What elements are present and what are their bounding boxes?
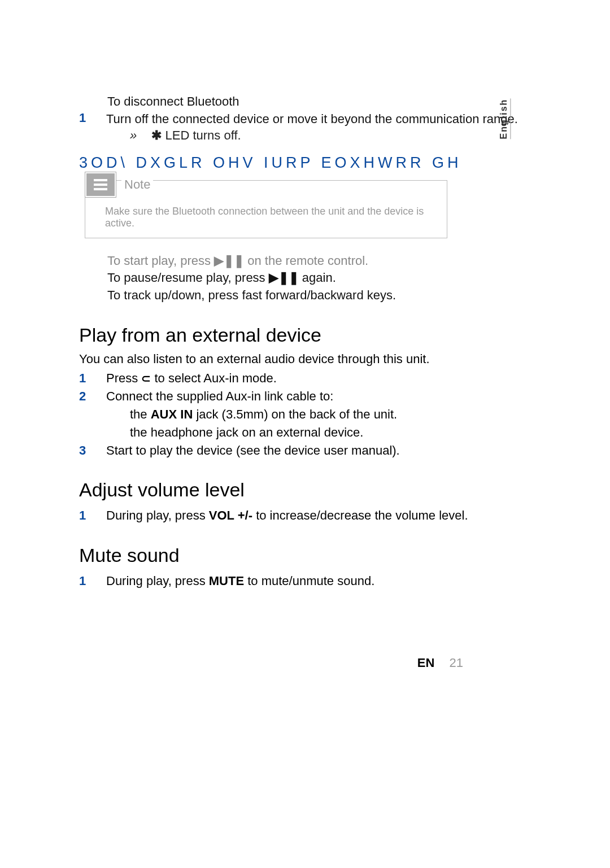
- external-step2-sub1: the AUX IN jack (3.5mm) on the back of t…: [130, 405, 554, 424]
- note-box: Note Make sure the Bluetooth connection …: [85, 180, 447, 238]
- disconnect-step-text: Turn off the connected device or move it…: [106, 111, 518, 128]
- volume-post: to increase/decrease the volume level.: [252, 508, 468, 522]
- mute-step1-num: 1: [79, 572, 89, 590]
- vol-key-label: VOL +/-: [209, 508, 252, 522]
- external-step2-text: Connect the supplied Aux-in link cable t…: [106, 387, 554, 405]
- sub1-post: jack (3.5mm) on the back of the unit.: [193, 407, 397, 421]
- language-tab: English: [499, 99, 511, 139]
- note-icon: [85, 172, 116, 197]
- disconnect-result-line: » ✱ LED turns off.: [130, 128, 554, 143]
- source-icon: ⊂: [141, 372, 151, 385]
- play-pause-icon: ▶❚❚: [214, 254, 244, 268]
- volume-step1-text: During play, press VOL +/- to increase/d…: [106, 507, 554, 525]
- heading-mute: Mute sound: [79, 544, 554, 566]
- page-footer: EN 21: [417, 656, 463, 670]
- bluetooth-icon: ✱: [151, 128, 162, 142]
- footer-lang-code: EN: [417, 656, 435, 670]
- mute-post: to mute/unmute sound.: [244, 574, 374, 588]
- external-step1-post: to select Aux-in mode.: [151, 371, 277, 385]
- external-step3-text: Start to play the device (see the device…: [106, 442, 554, 460]
- mute-key-label: MUTE: [209, 574, 244, 588]
- track-skip-line: To track up/down, press fast forward/bac…: [107, 287, 554, 304]
- disconnect-title: To disconnect Bluetooth: [107, 93, 554, 111]
- play-start-line: To start play, press ▶❚❚ on the remote c…: [107, 252, 554, 270]
- pause-resume-post: again.: [299, 271, 336, 285]
- heading-external: Play from an external device: [79, 324, 554, 346]
- mute-pre: During play, press: [106, 574, 209, 588]
- volume-pre: During play, press: [106, 508, 209, 522]
- play-start-pre: To start play, press: [107, 254, 214, 268]
- aux-in-label: AUX IN: [151, 407, 193, 421]
- heading-volume: Adjust volume level: [79, 479, 554, 501]
- arrow-glyph: »: [130, 128, 137, 142]
- note-body: Make sure the Bluetooth connection betwe…: [85, 197, 447, 229]
- garbled-section-heading: 3OD\ DXGLR OHV IURP EOXHWRR GH: [79, 154, 554, 172]
- disconnect-result-text: LED turns off.: [165, 128, 241, 142]
- external-step1-num: 1: [79, 369, 89, 387]
- pause-resume-line: To pause/resume play, press ▶❚❚ again.: [107, 269, 554, 287]
- sub1-pre: the: [130, 407, 151, 421]
- external-step3-num: 3: [79, 442, 89, 460]
- play-pause-icon-2: ▶❚❚: [269, 271, 299, 285]
- footer-page-number: 21: [450, 656, 463, 670]
- play-start-post: on the remote control.: [244, 254, 368, 268]
- external-intro: You can also listen to an external audio…: [79, 352, 554, 367]
- note-label: Note: [121, 177, 153, 192]
- external-step1-text: Press ⊂ to select Aux-in mode.: [106, 369, 554, 387]
- external-step2-num: 2: [79, 387, 89, 405]
- external-step2-sub2: the headphone jack on an external device…: [130, 424, 554, 442]
- volume-step1-num: 1: [79, 507, 89, 525]
- step-number-1: 1: [79, 111, 89, 125]
- external-step1-pre: Press: [106, 371, 141, 385]
- pause-resume-pre: To pause/resume play, press: [107, 271, 269, 285]
- mute-step1-text: During play, press MUTE to mute/unmute s…: [106, 572, 554, 590]
